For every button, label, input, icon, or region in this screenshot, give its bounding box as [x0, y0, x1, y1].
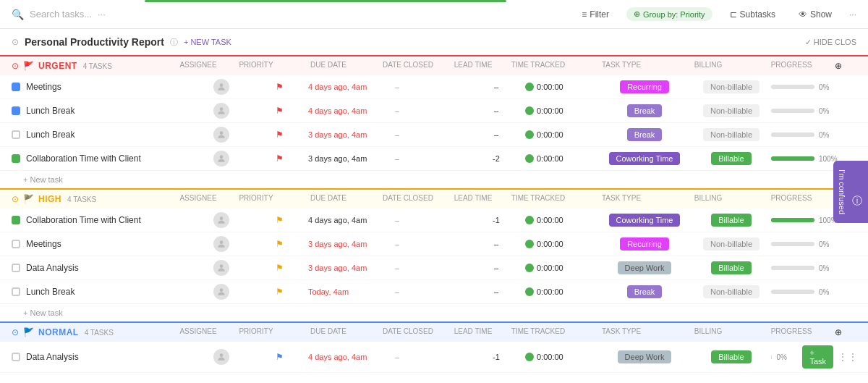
col-n-plus[interactable]: ⊕ — [835, 327, 856, 337]
hide-close-button[interactable]: ✓ HIDE CLOS — [805, 37, 856, 47]
assignee-cell — [192, 79, 250, 95]
billing-cell: Non-billable — [692, 128, 771, 141]
col-progress: PROGRESS — [748, 61, 835, 71]
time-dot — [525, 106, 534, 115]
assignee-cell — [192, 151, 250, 167]
avatar — [213, 79, 229, 95]
col-plus[interactable]: ⊕ — [835, 61, 856, 71]
time-tracked-cell: 0:00:00 — [525, 83, 597, 91]
task-name: Data Analysis — [26, 352, 79, 362]
task-name: Lunch Break — [26, 106, 75, 116]
task-name-cell[interactable]: Lunch Break — [12, 106, 192, 116]
priority-cell: ⚑ — [250, 106, 308, 116]
task-checkbox[interactable] — [12, 130, 20, 139]
assignee-cell — [192, 212, 250, 228]
filter-button[interactable]: ≡ Filter — [576, 7, 615, 22]
col-n-task-type: TASK TYPE — [574, 327, 668, 337]
normal-task-count: 4 TASKS — [85, 329, 114, 337]
new-task-row-high[interactable]: + New task — [0, 304, 868, 321]
lead-time-cell: – — [467, 130, 525, 139]
task-type-badge: Break — [627, 285, 663, 298]
search-area[interactable]: 🔍 Search tasks... ··· — [12, 9, 106, 20]
task-name: Lunch Break — [26, 130, 75, 140]
task-name-cell[interactable]: Meetings — [12, 82, 192, 92]
svg-point-6 — [220, 264, 224, 268]
more-options-icon[interactable]: ··· — [849, 9, 856, 20]
add-new-task-link-high[interactable]: + New task — [23, 308, 63, 317]
task-name-cell[interactable]: Collaboration Time with Client — [12, 215, 192, 225]
task-checkbox[interactable] — [12, 264, 20, 272]
lead-time-cell: -1 — [467, 353, 525, 361]
billing-cell: Non-billable — [692, 104, 771, 117]
add-new-task-link[interactable]: + New task — [23, 175, 63, 184]
assignee-cell — [192, 103, 250, 119]
info-icon[interactable]: ⓘ — [170, 37, 178, 48]
task-type-badge: Deep Work — [618, 261, 672, 274]
assignee-cell — [192, 284, 250, 300]
col-n-lead-time: LEAD TIME — [444, 327, 502, 337]
col-billing: BILLING — [668, 61, 748, 71]
task-name-cell[interactable]: Data Analysis — [12, 263, 192, 273]
task-name-cell[interactable]: Lunch Break — [12, 287, 192, 297]
high-flag-icon: 🚩 — [23, 194, 34, 204]
task-name-cell[interactable]: Collaboration Time with Client — [12, 153, 192, 164]
new-task-row[interactable]: + New task — [0, 171, 868, 188]
new-task-button[interactable]: + NEW TASK — [184, 38, 231, 46]
task-checkbox[interactable] — [12, 216, 20, 224]
progress-cell: 0% — [771, 107, 858, 115]
task-type-badge: Recurring — [620, 237, 669, 251]
col-n-due-date: DUE DATE — [285, 327, 372, 337]
progress-cell: 0% — [771, 83, 858, 91]
confused-button[interactable]: ⓘ I'm confused — [833, 160, 868, 222]
confused-label: I'm confused — [838, 169, 846, 214]
priority-cell: ⚑ — [250, 82, 308, 92]
lead-time-cell: -1 — [467, 216, 525, 224]
priority-flag-icon: ⚑ — [276, 352, 284, 362]
normal-toggle[interactable]: ⊙ — [12, 327, 19, 337]
billing-badge: Non-billable — [703, 104, 760, 117]
time-dot — [525, 154, 534, 163]
grid-icon[interactable]: ⋮⋮ — [838, 351, 858, 363]
group-high: ⊙ 🚩 HIGH 4 TASKS ASSIGNEE PRIORITY DUE D… — [0, 188, 868, 321]
task-type-cell: Break — [597, 128, 692, 141]
task-name-cell[interactable]: Lunch Break — [12, 130, 192, 140]
progress-bar — [771, 85, 814, 89]
date-closed-cell: – — [395, 287, 467, 297]
subtasks-button[interactable]: ⊏ Subtasks — [724, 7, 781, 22]
table-row: Collaboration Time with Client ⚑ 4 days … — [0, 209, 868, 232]
search-more-icon[interactable]: ··· — [98, 9, 106, 20]
svg-point-4 — [220, 216, 224, 220]
task-checkbox[interactable] — [12, 154, 20, 163]
col-h-lead-time: LEAD TIME — [444, 194, 502, 204]
eye-icon: 👁 — [799, 9, 807, 20]
due-date-cell: 3 days ago, 4am — [308, 153, 395, 164]
top-bar: 🔍 Search tasks... ··· ≡ Filter ⊕ Group b… — [0, 0, 868, 29]
group-by-button[interactable]: ⊕ Group by: Priority — [626, 7, 712, 21]
task-checkbox[interactable] — [12, 83, 20, 91]
task-type-badge: Deep Work — [618, 350, 672, 363]
task-checkbox[interactable] — [12, 287, 20, 296]
priority-flag-icon: ⚑ — [276, 153, 284, 164]
billing-cell: Billable — [692, 214, 771, 227]
task-name-cell[interactable]: Meetings — [12, 239, 192, 249]
filter-icon: ≡ — [582, 9, 587, 20]
priority-flag-icon: ⚑ — [276, 82, 284, 92]
task-name: Collaboration Time with Client — [26, 215, 141, 225]
lead-time-cell: – — [467, 287, 525, 296]
show-button[interactable]: 👁 Show — [793, 7, 838, 22]
task-type-cell: Break — [597, 285, 692, 298]
task-name: Meetings — [26, 82, 61, 92]
priority-flag-icon: ⚑ — [276, 106, 284, 116]
task-name-cell[interactable]: Data Analysis — [12, 352, 192, 362]
urgent-toggle[interactable]: ⊙ — [12, 61, 19, 71]
time-dot — [525, 353, 534, 361]
page-toggle-icon[interactable]: ⊙ — [12, 37, 19, 47]
add-task-button[interactable]: + Task — [802, 345, 833, 369]
priority-flag-icon: ⚑ — [276, 239, 284, 249]
high-toggle[interactable]: ⊙ — [12, 194, 19, 204]
assignee-cell — [192, 127, 250, 143]
task-checkbox[interactable] — [12, 106, 20, 115]
task-checkbox[interactable] — [12, 353, 20, 361]
task-checkbox[interactable] — [12, 240, 20, 248]
priority-flag-icon: ⚑ — [276, 287, 284, 297]
